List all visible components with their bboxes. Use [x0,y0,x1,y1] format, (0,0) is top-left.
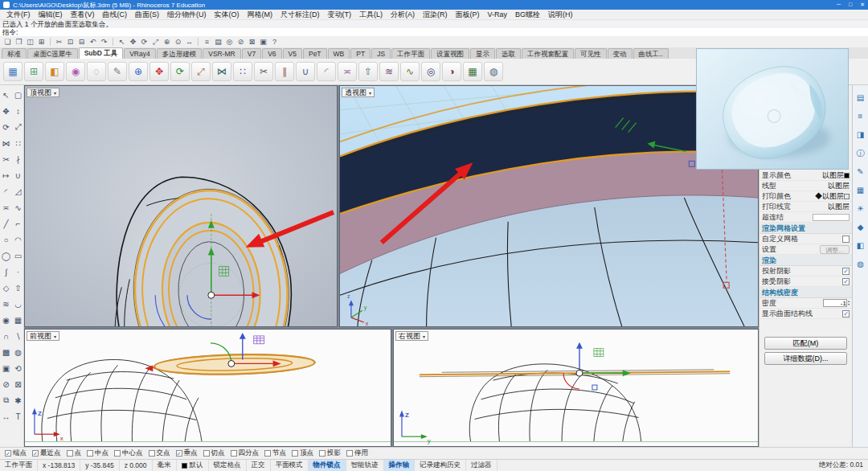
status-toggle[interactable]: 正交 [247,460,271,471]
scale-tool-icon[interactable]: ⤢ [191,62,211,81]
copy-icon[interactable]: ⊡ [65,37,76,47]
command-prompt-input[interactable]: 指令: [0,28,868,36]
menu-item[interactable]: 尺寸标注(D) [276,10,324,20]
revolve-tool-icon[interactable]: ◎ [421,62,440,81]
join-icon[interactable]: ∪ [12,167,24,183]
patch-icon[interactable]: ▦ [12,312,24,328]
lock-icon[interactable]: ⊠ [12,376,24,392]
move-tool-icon[interactable]: ✥ [149,62,169,81]
osnap-item[interactable]: 切点 [203,448,225,458]
paste-icon[interactable]: ⊟ [76,37,87,47]
panel-row-value[interactable]: 以图层 [822,170,844,181]
pointer-icon[interactable]: ↖ [0,87,12,103]
offset-tool-icon[interactable]: ≍ [338,62,357,81]
area-select-icon[interactable]: ▢ [12,87,24,103]
revolve-icon[interactable]: ◉ [0,312,12,328]
mesh-tool-icon[interactable]: ▦ [463,62,482,81]
layers-icon[interactable]: ≡ [202,37,212,47]
array-icon[interactable]: ∷ [12,135,24,151]
extrude-icon[interactable]: ⇧ [12,280,24,296]
toolbar-tab[interactable]: 可见性 [575,48,607,59]
status-toggle[interactable]: 操作轴 [384,460,416,471]
toolbar-tab[interactable]: PT [350,48,371,59]
grid-toggle-icon[interactable]: ⊞ [24,62,43,81]
wireframe-view-icon[interactable]: ◌ [87,62,106,81]
status-toggle[interactable]: 记录建构历史 [415,460,466,471]
osnap-checkbox[interactable]: ✓ [5,450,11,457]
text-icon[interactable]: Τ [12,408,24,424]
boolean-difference-icon[interactable]: ∖ [12,328,24,344]
osnap-checkbox[interactable] [346,450,353,457]
viewport-menu-arrow-icon[interactable]: ▾ [54,334,56,339]
minimize-button[interactable]: ─ [837,2,841,8]
osnap-item[interactable]: 点 [67,448,82,458]
boolean-union-icon[interactable]: ∩ [0,328,12,344]
notes-panel-tab-icon[interactable]: ✎ [854,166,866,178]
menu-item[interactable]: 面板(P) [452,10,484,20]
show-object-icon[interactable]: ▣ [258,37,268,47]
osnap-item[interactable]: 投影 [319,448,341,458]
chamfer-icon[interactable]: ◿ [12,183,24,199]
toolbar-tab[interactable]: 标准 [2,48,27,59]
surface-icon[interactable]: ◇ [0,280,12,296]
osnap-checkbox[interactable] [203,450,210,457]
osnap-item[interactable]: ✓端点 [5,448,27,458]
cplane-button[interactable]: 工作平面 [0,460,38,471]
layers-panel-tab-icon[interactable]: ≡ [854,110,866,122]
viewport-menu-arrow-icon[interactable]: ▾ [369,90,371,96]
point-icon[interactable]: · [12,264,24,280]
checkbox[interactable]: ✓ [842,278,850,285]
menu-item[interactable]: BG螺栓 [511,10,544,20]
scale-icon[interactable]: ⤢ [150,37,161,47]
offset-icon[interactable]: ≍ [0,199,12,215]
osnap-item[interactable]: 四分点 [231,448,260,458]
menu-item[interactable]: 编辑(E) [35,10,67,20]
rectangle-icon[interactable]: ▭ [12,248,24,264]
color-swatch[interactable] [844,194,850,199]
osnap-checkbox[interactable] [264,450,271,457]
panel-button[interactable]: 匹配(M) [764,337,847,350]
shaded-view-icon[interactable]: ◧ [45,62,64,81]
panel-row-value[interactable]: 以图层 [828,181,850,191]
menu-item[interactable]: 网格(M) [244,10,277,20]
menu-item[interactable]: 曲线(C) [99,10,132,20]
hide-icon[interactable]: ⊘ [0,376,12,392]
libraries-panel-tab-icon[interactable]: ▦ [854,184,866,196]
menu-item[interactable]: 工具(L) [355,10,387,20]
status-toggle[interactable]: 锁定格点 [209,460,247,471]
zoom-extents-icon[interactable]: ⊙ [173,37,183,47]
blend-icon[interactable]: ∿ [12,199,24,215]
polyline-icon[interactable]: ⌐ [12,215,24,231]
panel-row-value[interactable]: 以图层 [828,202,850,212]
hide-object-icon[interactable]: ⊘ [235,37,246,47]
osnap-checkbox[interactable] [114,450,121,457]
new-file-icon[interactable]: ❏ [2,37,13,47]
toolbar-tab[interactable]: 设置视图 [431,48,469,59]
color-swatch[interactable] [844,173,850,178]
layer-indicator[interactable]: 默认 [177,460,209,471]
ellipse-icon[interactable]: ◯ [0,248,12,264]
sweep-icon[interactable]: ◡ [12,296,24,312]
pan-icon[interactable]: ↔ [184,37,194,47]
osnap-checkbox[interactable] [319,450,326,457]
status-toggle[interactable]: 智能轨迹 [346,460,384,471]
rotate-icon[interactable]: ⟳ [0,119,12,135]
checkbox[interactable]: ✓ [842,268,850,275]
toolbar-tab[interactable]: V5 [283,48,302,59]
subd-tool-icon[interactable]: ◍ [484,62,503,81]
toolbar-tab[interactable]: 选取 [496,48,521,59]
adjust-button[interactable]: 调整... [820,245,850,254]
menu-item[interactable]: 细分物件(U) [163,10,211,20]
scale-icon[interactable]: ⤢ [12,119,24,135]
osnap-checkbox[interactable]: ✓ [32,450,39,457]
curve-icon[interactable]: ∫ [0,264,12,280]
menu-item[interactable]: 文件(F) [2,10,35,20]
rendered-view-icon[interactable]: ◉ [66,62,85,81]
menu-item[interactable]: 渲染(R) [419,10,452,20]
toolbar-tab[interactable]: WB [328,48,350,59]
osnap-checkbox[interactable] [87,450,93,457]
fillet-tool-icon[interactable]: ◜ [317,62,336,81]
hyperlink-input[interactable] [813,214,850,221]
pen-view-icon[interactable]: ✎ [108,62,127,81]
display-panel-tab-icon[interactable]: ◨ [854,129,866,141]
